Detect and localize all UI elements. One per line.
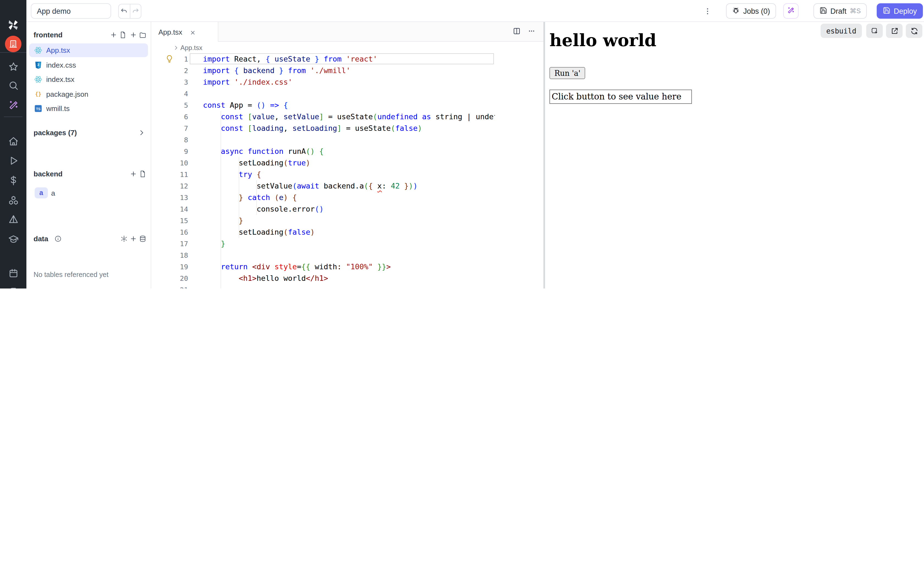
rail-divider bbox=[4, 116, 23, 117]
rail-apps-button[interactable] bbox=[0, 36, 26, 52]
inspect-element-button[interactable] bbox=[866, 24, 883, 38]
plus-icon bbox=[130, 31, 137, 39]
typescript-icon: TS bbox=[34, 105, 42, 113]
code-line[interactable]: 3import './index.css' bbox=[151, 76, 495, 88]
code-line[interactable]: 14 console.error() bbox=[151, 203, 495, 215]
file-row-app-tsx[interactable]: App.tsx bbox=[29, 44, 148, 57]
dots-vertical-icon bbox=[703, 7, 711, 15]
rail-home-button[interactable] bbox=[0, 134, 26, 151]
editor-tabbar: App.tsx bbox=[151, 22, 543, 42]
ai-assistant-button[interactable] bbox=[783, 3, 799, 19]
gear-icon bbox=[120, 235, 128, 242]
code-line[interactable]: 15 } bbox=[151, 215, 495, 226]
value-display-box: Click button to see value here bbox=[549, 90, 692, 104]
topbar: Jobs (0) Draft⌘S Deploy bbox=[26, 0, 924, 22]
rail-triggers-button[interactable] bbox=[0, 212, 26, 229]
deploy-button[interactable]: Deploy bbox=[877, 3, 923, 19]
rail-schedules-button[interactable] bbox=[0, 266, 26, 282]
jobs-label: Jobs (0) bbox=[743, 7, 770, 15]
breadcrumb[interactable]: App.tsx bbox=[151, 42, 543, 53]
code-line[interactable]: 19 return <div style={{ width: "100%" }}… bbox=[151, 261, 495, 272]
tab-app-tsx[interactable]: App.tsx bbox=[151, 22, 218, 42]
code-line[interactable]: 12 setValue(await backend.a({ x: 42 })) bbox=[151, 180, 495, 192]
backend-script-badge[interactable]: a bbox=[35, 187, 48, 198]
code-line[interactable]: 4 bbox=[151, 88, 495, 100]
more-menu-button[interactable] bbox=[703, 6, 712, 16]
play-icon bbox=[8, 155, 18, 168]
search-icon bbox=[8, 80, 18, 93]
code-line[interactable]: 13 } catch (e) { bbox=[151, 192, 495, 203]
braces-icon: {} bbox=[34, 90, 42, 98]
code-line[interactable]: 5const App = () => { bbox=[151, 100, 495, 111]
code-line[interactable]: 18 bbox=[151, 250, 495, 261]
code-line[interactable]: 11 try { bbox=[151, 169, 495, 180]
file-row-index-css[interactable]: 3index.css bbox=[29, 58, 148, 72]
chevron-right-icon bbox=[138, 129, 145, 136]
rail-learn-button[interactable] bbox=[0, 232, 26, 248]
file-row-package-json[interactable]: {}package.json bbox=[29, 87, 148, 101]
rail-search-button[interactable] bbox=[0, 78, 26, 95]
app-name-input[interactable] bbox=[31, 3, 111, 19]
open-in-new-tab-button[interactable] bbox=[886, 24, 903, 38]
data-info-icon[interactable] bbox=[55, 235, 61, 242]
code-line[interactable]: 8 bbox=[151, 134, 495, 146]
deploy-label: Deploy bbox=[894, 7, 917, 15]
save-icon bbox=[819, 6, 827, 16]
file-name: index.css bbox=[46, 61, 76, 69]
code-line[interactable]: 6 const [value, setValue] = useState(und… bbox=[151, 111, 495, 122]
code-line[interactable]: 20 <h1>hello world</h1> bbox=[151, 272, 495, 284]
route-icon bbox=[8, 287, 18, 288]
backend-script-name[interactable]: a bbox=[51, 189, 55, 197]
packages-toggle[interactable]: packages (7) bbox=[34, 129, 77, 137]
add-backend-script-button[interactable] bbox=[130, 170, 146, 177]
tab-label: App.tsx bbox=[158, 28, 183, 36]
rail-variables-button[interactable] bbox=[0, 173, 26, 190]
draft-label: Draft bbox=[830, 7, 846, 15]
breadcrumb-label: App.tsx bbox=[180, 44, 202, 52]
split-editor-button[interactable] bbox=[513, 27, 521, 37]
react-icon bbox=[34, 75, 42, 84]
code-line[interactable]: 9 async function runA() { bbox=[151, 146, 495, 157]
code-line[interactable]: 7 const [loading, setLoading] = useState… bbox=[151, 122, 495, 134]
code-line[interactable]: 2import { backend } from './wmill' bbox=[151, 65, 495, 76]
cubes-icon bbox=[8, 195, 18, 208]
file-icon bbox=[139, 170, 146, 177]
code-line[interactable]: 21 bbox=[151, 284, 495, 288]
rail-favorites-button[interactable] bbox=[0, 60, 26, 76]
plus-icon bbox=[110, 31, 117, 39]
code-line[interactable]: 10 setLoading(true) bbox=[151, 157, 495, 169]
code-line[interactable]: 1import React, { useState } from 'react' bbox=[151, 53, 495, 65]
redo-button[interactable] bbox=[130, 5, 141, 18]
magic-wand-icon bbox=[8, 100, 18, 112]
windmill-app-editor: Jobs (0) Draft⌘S Deploy frontend App.tsx… bbox=[0, 0, 924, 288]
rail-runs-button[interactable] bbox=[0, 153, 26, 170]
building-icon bbox=[5, 36, 21, 52]
code-line[interactable]: 17 } bbox=[151, 238, 495, 250]
folder-icon bbox=[139, 31, 146, 39]
rail-resources-button[interactable] bbox=[0, 193, 26, 210]
add-folder-button[interactable] bbox=[130, 31, 146, 39]
editor-more-button[interactable] bbox=[527, 27, 536, 37]
redo-icon bbox=[132, 6, 139, 16]
undo-button[interactable] bbox=[119, 5, 130, 18]
packages-chevron[interactable] bbox=[138, 129, 145, 136]
draft-button[interactable]: Draft⌘S bbox=[813, 3, 867, 19]
home-icon bbox=[8, 136, 18, 149]
external-link-icon bbox=[890, 27, 898, 35]
file-row-wmill-ts[interactable]: TSwmill.ts bbox=[29, 102, 148, 115]
code-area[interactable]: 1import React, { useState } from 'react'… bbox=[151, 53, 495, 288]
css3-icon: 3 bbox=[34, 61, 42, 69]
file-row-index-tsx[interactable]: index.tsx bbox=[29, 73, 148, 86]
rail-flows-button[interactable] bbox=[0, 285, 26, 288]
rail-ai-button[interactable] bbox=[0, 98, 26, 114]
refresh-preview-button[interactable] bbox=[906, 24, 922, 38]
add-file-button[interactable] bbox=[110, 31, 126, 39]
data-settings-button[interactable] bbox=[120, 235, 128, 242]
add-table-button[interactable] bbox=[130, 235, 146, 242]
code-line[interactable]: 16 setLoading(false) bbox=[151, 226, 495, 238]
frontend-section-title: frontend bbox=[34, 31, 62, 39]
jobs-button[interactable]: Jobs (0) bbox=[726, 3, 776, 19]
run-a-button[interactable]: Run 'a' bbox=[549, 67, 585, 79]
close-icon[interactable] bbox=[190, 29, 196, 35]
file-name: wmill.ts bbox=[46, 105, 69, 113]
